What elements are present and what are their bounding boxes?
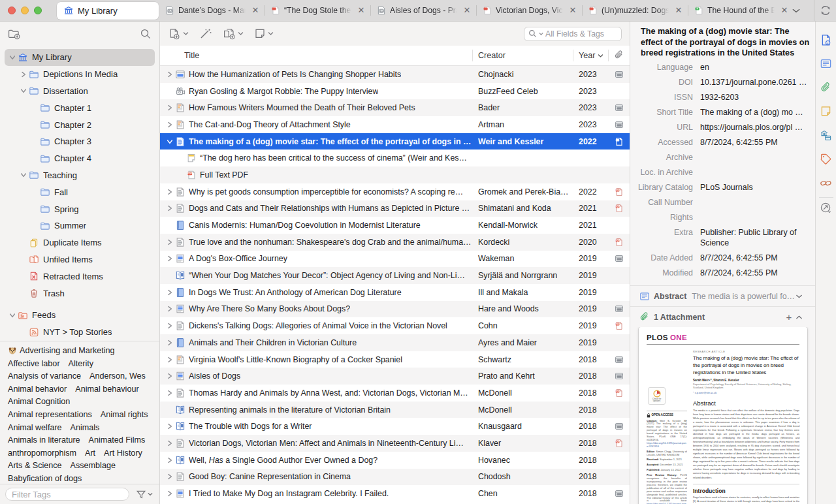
close-window-button[interactable] bbox=[8, 7, 16, 14]
collection-row-duplicate-items[interactable]: Duplicate Items bbox=[5, 234, 155, 251]
tab-close-icon[interactable]: ✕ bbox=[568, 5, 578, 15]
tag-babyfication-of-dogs[interactable]: Babyfication of dogs bbox=[8, 474, 82, 483]
add-attachment-plus-icon[interactable]: + bbox=[782, 311, 796, 323]
tab-close-icon[interactable]: ✕ bbox=[250, 5, 261, 15]
twisty-closed-icon[interactable] bbox=[165, 490, 174, 497]
column-header-attachment[interactable] bbox=[608, 46, 630, 65]
reader-tab[interactable]: Victorian Dogs, Victo✕ bbox=[476, 0, 582, 21]
tab-close-icon[interactable]: ✕ bbox=[673, 5, 684, 15]
item-row[interactable]: Animals and Their Children in Victorian … bbox=[160, 334, 630, 351]
collection-row-chapter-2[interactable]: Chapter 2 bbox=[5, 116, 155, 133]
twisty-closed-icon[interactable] bbox=[165, 289, 174, 296]
collection-row-chapter-1[interactable]: Chapter 1 bbox=[5, 99, 155, 116]
item-child-row[interactable]: PDFFull Text PDF bbox=[160, 166, 630, 183]
search-input[interactable]: All Fields & Tags bbox=[524, 27, 622, 41]
twisty-closed-icon[interactable] bbox=[165, 71, 174, 78]
item-row[interactable]: The making of a (dog) movie star: The ef… bbox=[160, 133, 630, 150]
field-value[interactable]: The making of a (dog) mo … bbox=[693, 107, 815, 118]
twisty-open-icon[interactable] bbox=[7, 313, 18, 318]
item-row[interactable]: I Tried to Make My Dog an Instagram Cele… bbox=[160, 485, 630, 502]
abstract-expand-chevron-icon[interactable] bbox=[796, 294, 809, 299]
field-value[interactable]: 8/7/2024, 6:42:55 PM bbox=[693, 253, 815, 263]
item-row[interactable]: Dickens's Talking Dogs: Allegories of An… bbox=[160, 317, 630, 334]
collection-row-summer[interactable]: Summer bbox=[5, 217, 155, 234]
item-row[interactable]: Dogs and Cats and Their Relationships wi… bbox=[160, 200, 630, 217]
tag-animal-cognition[interactable]: Animal Cognition bbox=[8, 397, 70, 406]
field-value[interactable]: 8/7/2024, 6:42:55 PM bbox=[693, 268, 815, 278]
twisty-closed-icon[interactable] bbox=[165, 440, 174, 447]
item-row[interactable]: The Trouble with Dogs for a WriterKnausg… bbox=[160, 418, 630, 435]
twisty-closed-icon[interactable] bbox=[165, 373, 174, 379]
twisty-open-icon[interactable] bbox=[7, 55, 18, 60]
collection-row-retracted-items[interactable]: Retracted Items bbox=[5, 268, 155, 285]
item-row[interactable]: Victorian Dogs, Victorian Men: Affect an… bbox=[160, 435, 630, 452]
collection-row-unfiled-items[interactable]: Unfiled Items bbox=[5, 251, 155, 268]
attachments-collapse-chevron-icon[interactable] bbox=[796, 315, 809, 320]
collection-row-feeds[interactable]: Feeds bbox=[5, 307, 155, 324]
minimize-window-button[interactable] bbox=[21, 7, 29, 14]
tag-alterity[interactable]: Alterity bbox=[69, 359, 94, 368]
twisty-closed-icon[interactable] bbox=[165, 457, 174, 464]
twisty-closed-icon[interactable] bbox=[165, 104, 174, 111]
item-row[interactable]: Virginia Woolf's Little-Known Biography … bbox=[160, 351, 630, 368]
search-chevron-icon[interactable] bbox=[539, 32, 543, 36]
item-row[interactable]: True love and the nonhuman: Shakespeare'… bbox=[160, 234, 630, 251]
item-row[interactable]: Well, Has a Single Good Author Ever Owne… bbox=[160, 452, 630, 469]
twisty-closed-icon[interactable] bbox=[165, 339, 174, 346]
twisty-closed-icon[interactable] bbox=[18, 71, 29, 78]
twisty-open-icon[interactable] bbox=[18, 88, 29, 93]
item-row[interactable]: Ryan Gosling & Margot Robbie: The Puppy … bbox=[160, 83, 630, 100]
tag-filter-input[interactable]: Filter Tags bbox=[5, 488, 129, 501]
item-row[interactable]: How Famous Writers Mourned the Death of … bbox=[160, 99, 630, 116]
field-value[interactable]: 10.1371/journal.pone.0261 … bbox=[693, 77, 815, 87]
new-note-chevron-icon[interactable] bbox=[268, 31, 274, 36]
add-by-identifier-button[interactable] bbox=[199, 28, 212, 40]
abstract-section-icon[interactable] bbox=[818, 55, 835, 72]
related-section-icon[interactable] bbox=[818, 174, 835, 191]
twisty-closed-icon[interactable] bbox=[165, 323, 174, 329]
attachments-section-icon[interactable] bbox=[818, 79, 835, 96]
tag-anthropomorphism[interactable]: anthropomorphism bbox=[8, 449, 76, 458]
item-row[interactable]: Why is pet goods consumption imperceptib… bbox=[160, 183, 630, 200]
field-value[interactable]: PLoS Journals bbox=[693, 182, 815, 193]
reader-tab[interactable]: Dante’s Dogs - Manu✕ bbox=[159, 0, 265, 21]
column-header-year[interactable]: Year bbox=[573, 46, 608, 65]
item-row[interactable]: Good Boy: Canine Representation in Cinem… bbox=[160, 469, 630, 486]
twisty-closed-icon[interactable] bbox=[165, 255, 174, 262]
tag-animals[interactable]: Animals bbox=[71, 423, 100, 432]
tag-animal-representations[interactable]: Animal representations bbox=[8, 410, 92, 419]
locate-button-icon[interactable] bbox=[818, 200, 835, 217]
tag-advertising-and-marketing[interactable]: Advertising and Marketing bbox=[8, 346, 115, 355]
reader-tab[interactable]: “The Dog Stole the F✕ bbox=[265, 0, 370, 21]
info-section-icon[interactable] bbox=[818, 31, 835, 48]
reader-tab[interactable]: The Hound of the Ba✕ bbox=[688, 0, 792, 21]
tab-close-icon[interactable]: ✕ bbox=[462, 5, 472, 15]
new-collection-button[interactable] bbox=[8, 28, 21, 40]
twisty-closed-icon[interactable] bbox=[165, 239, 174, 245]
collection-row-nyt-top-stories[interactable]: NYT > Top Stories bbox=[5, 324, 155, 341]
column-header-title[interactable]: Title bbox=[160, 51, 472, 60]
twisty-closed-icon[interactable] bbox=[165, 306, 174, 312]
twisty-closed-icon[interactable] bbox=[165, 121, 174, 128]
tag-analysis-of-variance[interactable]: Analysis of variance bbox=[8, 371, 81, 381]
tab-close-icon[interactable]: ✕ bbox=[356, 5, 366, 15]
tab-close-icon[interactable]: ✕ bbox=[779, 5, 790, 15]
twisty-closed-icon[interactable] bbox=[165, 390, 174, 396]
tag-affective-labor[interactable]: Affective labor bbox=[8, 359, 60, 368]
add-attachment-button[interactable] bbox=[223, 28, 236, 40]
tag-art[interactable]: Art bbox=[85, 449, 95, 458]
field-value[interactable]: https://journals.plos.org/pl … bbox=[693, 122, 815, 133]
tag-arts-science[interactable]: Arts & Science bbox=[8, 461, 62, 470]
collection-row-spring[interactable]: Spring bbox=[5, 200, 155, 217]
collection-row-my-library[interactable]: My Library bbox=[5, 49, 155, 66]
collection-row-depictions-in-media[interactable]: Depictions In Media bbox=[5, 66, 155, 83]
tag-animal-welfare[interactable]: Animal welfare bbox=[8, 423, 62, 432]
item-row[interactable]: Why Are There So Many Books About Dogs?H… bbox=[160, 301, 630, 318]
twisty-closed-icon[interactable] bbox=[165, 189, 174, 195]
item-row[interactable]: Representing animals in the literature o… bbox=[160, 402, 630, 418]
libraries-collections-section-icon[interactable] bbox=[818, 127, 835, 144]
twisty-closed-icon[interactable] bbox=[165, 205, 174, 212]
tag-animal-behavior[interactable]: Animal behavior bbox=[8, 385, 67, 394]
tag-filter-chevron-icon[interactable] bbox=[148, 492, 153, 496]
item-row[interactable]: Aisles of DogsPrato and Kehrt2018 bbox=[160, 368, 630, 385]
